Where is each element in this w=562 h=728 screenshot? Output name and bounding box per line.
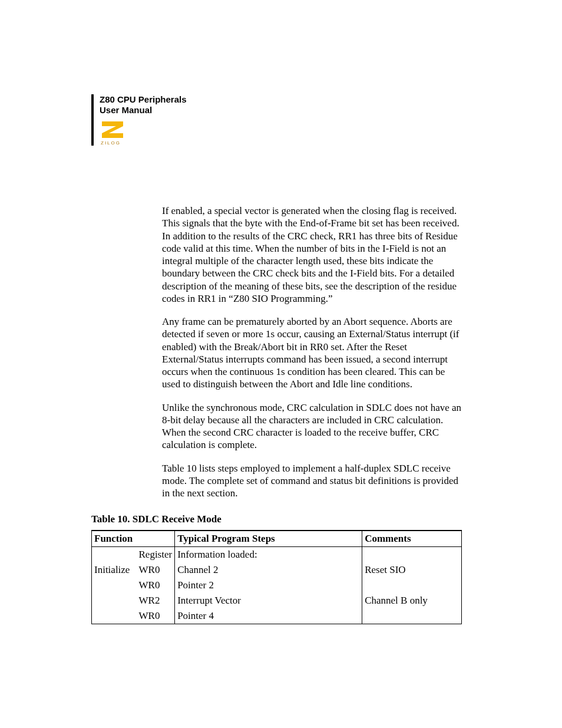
th-function: Function [92, 531, 175, 547]
cell-step: Channel 2 [175, 562, 362, 578]
table-header-row: Function Typical Program Steps Comments [92, 531, 462, 547]
paragraph-4: Table 10 lists steps employed to impleme… [162, 462, 462, 500]
cell-step: Pointer 4 [175, 608, 362, 624]
zilog-logo: ZILOG [100, 119, 462, 146]
zilog-wordmark: ZILOG [101, 140, 121, 146]
table-row: WR0 Pointer 2 [92, 578, 462, 593]
table-row: Initialize WR0 Channel 2 Reset SIO [92, 562, 462, 578]
cell-step: Interrupt Vector [175, 593, 362, 608]
body-text: If enabled, a special vector is generate… [162, 205, 462, 499]
zilog-z-icon [100, 119, 128, 139]
cell-comment: Channel B only [362, 593, 462, 608]
cell-function [92, 608, 137, 624]
document-title: Z80 CPU Peripherals User Manual [100, 94, 462, 116]
cell-step: Pointer 2 [175, 578, 362, 593]
paragraph-3: Unlike the synchronous mode, CRC calcula… [162, 401, 462, 452]
th-typical: Typical Program Steps [175, 531, 362, 547]
cell-empty [362, 547, 462, 563]
cell-comment [362, 608, 462, 624]
cell-register: WR0 [137, 562, 175, 578]
cell-function [92, 593, 137, 608]
cell-function: Initialize [92, 562, 137, 578]
cell-register: WR0 [137, 608, 175, 624]
document-header: Z80 CPU Peripherals User Manual ZILOG [91, 94, 462, 146]
document-title-line2: User Manual [100, 105, 152, 115]
table-row: WR2 Interrupt Vector Channel B only [92, 593, 462, 608]
th-comments: Comments [362, 531, 462, 547]
cell-comment: Reset SIO [362, 562, 462, 578]
cell-register: WR2 [137, 593, 175, 608]
document-title-line1: Z80 CPU Peripherals [100, 94, 187, 104]
table-row: WR0 Pointer 4 [92, 608, 462, 624]
cell-function [92, 578, 137, 593]
paragraph-1: If enabled, a special vector is generate… [162, 205, 462, 305]
cell-empty [92, 547, 137, 563]
th-register: Register [137, 547, 175, 563]
cell-register: WR0 [137, 578, 175, 593]
table-caption: Table 10. SDLC Receive Mode [91, 513, 462, 525]
table-subheader-row: Register Information loaded: [92, 547, 462, 563]
paragraph-2: Any frame can be prematurely aborted by … [162, 315, 462, 391]
th-info: Information loaded: [175, 547, 362, 563]
page: Z80 CPU Peripherals User Manual ZILOG If… [0, 0, 562, 624]
cell-comment [362, 578, 462, 593]
sdlc-receive-table: Function Typical Program Steps Comments … [91, 530, 462, 624]
